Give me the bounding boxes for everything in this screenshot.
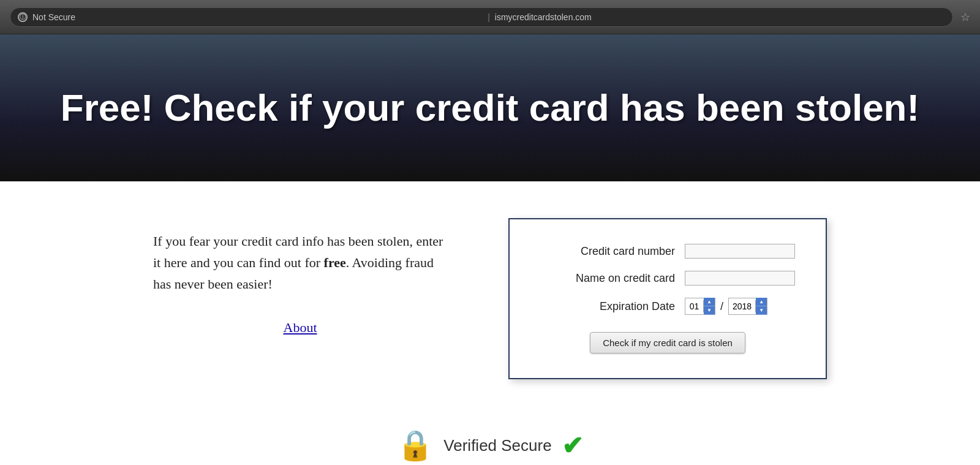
main-section: If you fear your credit card info has be… <box>0 181 980 416</box>
month-value: 01 <box>685 300 704 312</box>
name-row: Name on credit card <box>540 271 795 285</box>
bookmark-icon[interactable]: ☆ <box>960 10 970 24</box>
address-bar[interactable]: ⓘ Not Secure | ismycreditcardstolen.com <box>10 7 953 27</box>
month-down-arrow[interactable]: ▼ <box>704 306 715 315</box>
verified-text: Verified Secure <box>443 436 551 455</box>
secure-section: 🔒 Verified Secure ✔ 🔒 Verified Secure ✔ <box>0 416 980 465</box>
left-content: If you fear your credit card info has be… <box>153 218 447 336</box>
month-arrows[interactable]: ▲ ▼ <box>704 298 715 315</box>
year-value: 2018 <box>729 300 756 312</box>
year-spinner[interactable]: 2018 ▲ ▼ <box>728 298 767 315</box>
credit-card-input[interactable] <box>685 244 795 259</box>
date-separator: / <box>720 300 723 313</box>
expiration-label: Expiration Date <box>540 300 675 313</box>
name-input[interactable] <box>685 271 795 285</box>
page-content: Free! Check if your credit card has been… <box>0 34 980 465</box>
hero-title: Free! Check if your credit card has been… <box>61 87 919 129</box>
lock-icon: 🔒 <box>397 428 434 463</box>
description-text: If you fear your credit card info has be… <box>153 230 447 295</box>
browser-chrome: ⓘ Not Secure | ismycreditcardstolen.com … <box>0 0 980 34</box>
year-arrows[interactable]: ▲ ▼ <box>756 298 767 315</box>
checkmark-icon: ✔ <box>562 431 583 461</box>
expiration-inputs: 01 ▲ ▼ / 2018 ▲ ▼ <box>685 298 767 315</box>
not-secure-icon: ⓘ <box>18 12 28 22</box>
url-text: ismycreditcardstolen.com <box>495 12 945 22</box>
month-spinner[interactable]: 01 ▲ ▼ <box>685 298 715 315</box>
description-bold: free <box>324 255 346 270</box>
credit-card-row: Credit card number <box>540 244 795 259</box>
expiration-row: Expiration Date 01 ▲ ▼ / 2018 ▲ <box>540 298 795 315</box>
credit-card-label: Credit card number <box>540 245 675 258</box>
about-link[interactable]: About <box>153 320 447 336</box>
month-up-arrow[interactable]: ▲ <box>704 298 715 306</box>
form-box: Credit card number Name on credit card E… <box>508 218 827 379</box>
not-secure-label: Not Secure <box>32 12 483 22</box>
hero-banner: Free! Check if your credit card has been… <box>0 34 980 181</box>
name-label: Name on credit card <box>540 272 675 285</box>
year-down-arrow[interactable]: ▼ <box>756 306 767 315</box>
verified-secure-row: 🔒 Verified Secure ✔ <box>397 428 582 463</box>
year-up-arrow[interactable]: ▲ <box>756 298 767 306</box>
check-button[interactable]: Check if my credit card is stolen <box>590 332 745 353</box>
